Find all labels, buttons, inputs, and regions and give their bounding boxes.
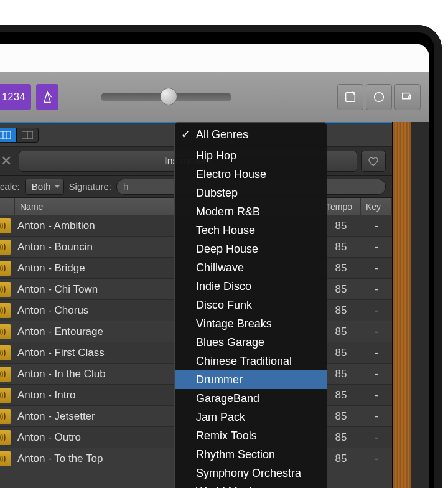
loop-type-icon[interactable] <box>0 282 11 297</box>
menu-item[interactable]: GarageBand <box>175 389 327 408</box>
menu-item[interactable]: Tech House <box>175 221 327 240</box>
genre-menu[interactable]: All GenresHip HopElectro HouseDubstepMod… <box>174 122 327 488</box>
menu-item[interactable]: Blues Garage <box>175 333 327 352</box>
loop-key: - <box>361 453 392 465</box>
loop-key: - <box>361 410 392 423</box>
scale-label: Scale: <box>0 181 20 192</box>
loop-type-icon[interactable] <box>0 409 11 424</box>
menu-item[interactable]: All Genres <box>175 125 327 144</box>
loop-type-icon[interactable] <box>0 324 11 339</box>
loop-key: - <box>361 347 392 359</box>
loop-key: - <box>361 304 392 317</box>
loop-key: - <box>361 220 392 232</box>
close-filter-button[interactable]: ✕ <box>0 153 19 169</box>
menu-item[interactable]: Hip Hop <box>175 146 327 165</box>
wood-side-panel <box>392 122 411 488</box>
scale-select[interactable]: Both <box>25 179 64 195</box>
metronome-icon <box>41 90 54 104</box>
toolbar: 1234 <box>0 72 429 122</box>
loop-type-icon[interactable] <box>0 261 11 276</box>
loop-type-icon[interactable] <box>0 303 11 318</box>
device-frame: 1234 <box>0 25 442 488</box>
loop-key: - <box>361 283 392 296</box>
loop-key: - <box>361 241 392 253</box>
loop-browser-button[interactable] <box>366 84 392 110</box>
loop-type-icon[interactable] <box>0 388 11 403</box>
loop-key: - <box>361 431 392 444</box>
media-browser-button[interactable] <box>394 84 421 110</box>
menu-item[interactable]: Symphony Orchestra <box>175 464 327 482</box>
loop-key: - <box>361 368 392 380</box>
menu-item[interactable]: Vintage Breaks <box>175 314 327 333</box>
loop-type-icon[interactable] <box>0 430 11 445</box>
window-chrome-strip <box>0 44 429 72</box>
lcd-counter[interactable]: 1234 <box>0 84 31 110</box>
loop-key: - <box>361 326 392 338</box>
menu-item[interactable]: Rhythm Section <box>175 445 327 464</box>
svg-rect-2 <box>403 93 409 98</box>
svg-rect-3 <box>0 131 11 139</box>
loop-key: - <box>361 389 392 401</box>
signature-label: Signature: <box>69 181 111 192</box>
column-icon[interactable] <box>0 198 15 215</box>
menu-item[interactable]: Modern R&B <box>175 202 327 221</box>
favorites-button[interactable] <box>361 151 386 172</box>
view-button-grid[interactable] <box>16 128 39 143</box>
menu-item[interactable]: Deep House <box>175 240 327 258</box>
editors-button[interactable] <box>337 84 363 110</box>
column-key[interactable]: Key <box>361 198 392 215</box>
heart-icon <box>368 156 379 166</box>
loop-icon <box>372 90 386 104</box>
volume-slider[interactable] <box>101 93 231 101</box>
loop-type-icon[interactable] <box>0 218 11 233</box>
column-view-icon <box>0 131 11 139</box>
slider-thumb[interactable] <box>160 88 177 105</box>
menu-item[interactable]: Remix Tools <box>175 426 327 445</box>
screen: 1234 <box>0 44 429 488</box>
grid-view-icon <box>22 131 33 139</box>
menu-item[interactable]: Chinese Traditional <box>175 352 327 370</box>
menu-item[interactable]: Dubstep <box>175 184 327 202</box>
menu-item[interactable]: Disco Funk <box>175 296 327 314</box>
media-icon <box>401 90 414 104</box>
menu-item[interactable]: World Music <box>175 482 327 488</box>
menu-item[interactable]: Chillwave <box>175 258 327 277</box>
svg-point-1 <box>375 92 384 101</box>
loop-type-icon[interactable] <box>0 451 11 466</box>
loop-key: - <box>361 262 392 274</box>
view-button-column[interactable] <box>0 128 16 143</box>
loop-type-icon[interactable] <box>0 345 11 360</box>
menu-item[interactable]: Jam Pack <box>175 408 327 426</box>
menu-item[interactable]: Indie Disco <box>175 277 327 296</box>
menu-item[interactable]: Drummer <box>175 370 327 389</box>
menu-item[interactable]: Electro House <box>175 165 327 184</box>
loop-type-icon[interactable] <box>0 367 11 382</box>
metronome-button[interactable] <box>36 84 58 110</box>
loop-type-icon[interactable] <box>0 240 11 255</box>
note-pad-icon <box>343 90 357 104</box>
